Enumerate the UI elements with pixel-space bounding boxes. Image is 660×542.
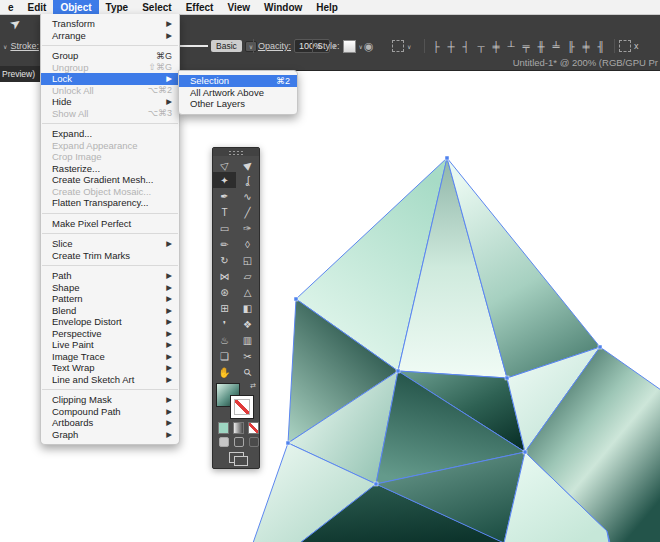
document-setup-control[interactable]: ◉ bbox=[364, 36, 374, 56]
zoom-tool[interactable]: ⚲ bbox=[236, 364, 259, 380]
panel-drag-grip[interactable] bbox=[213, 148, 259, 156]
select-similar-control[interactable]: ∨ bbox=[392, 36, 411, 56]
rotate-tool[interactable]: ↻ bbox=[213, 252, 236, 268]
align-right-icon[interactable]: ┤ bbox=[460, 41, 472, 52]
menu-view[interactable]: View bbox=[220, 0, 257, 14]
lock-submenu-item-all-artwork-above[interactable]: All Artwork Above bbox=[179, 87, 297, 99]
transform-control[interactable]: x bbox=[619, 36, 639, 56]
hand-tool[interactable]: ✋ bbox=[213, 364, 236, 380]
menu-edit[interactable]: Edit bbox=[21, 0, 54, 14]
artboard-tool[interactable]: ❏ bbox=[213, 348, 236, 364]
none-button[interactable] bbox=[248, 422, 259, 434]
pen-tool[interactable]: ✒ bbox=[213, 188, 236, 204]
chevron-down-icon[interactable]: ∨ bbox=[359, 43, 363, 50]
object-menu-item-create-trim-marks[interactable]: Create Trim Marks bbox=[41, 250, 179, 262]
mesh-tool[interactable]: ⊞ bbox=[213, 300, 236, 316]
opacity-label[interactable]: Opacity: bbox=[258, 41, 291, 51]
distribute-left-icon[interactable]: ╟ bbox=[565, 41, 577, 52]
object-menu-item-shape[interactable]: Shape▶ bbox=[41, 282, 179, 294]
column-graph-tool[interactable]: ▥ bbox=[236, 332, 259, 348]
object-menu-item-path[interactable]: Path▶ bbox=[41, 270, 179, 282]
swap-fill-stroke-icon[interactable]: ⇄ bbox=[250, 382, 256, 390]
object-menu-item-transform[interactable]: Transform▶ bbox=[41, 18, 179, 30]
object-menu-item-flatten-transparency[interactable]: Flatten Transparency... bbox=[41, 197, 179, 209]
object-menu-item-make-pixel-perfect[interactable]: Make Pixel Perfect bbox=[41, 218, 179, 230]
symbol-sprayer-tool[interactable]: ♨ bbox=[213, 332, 236, 348]
eraser-tool[interactable]: ◊ bbox=[236, 236, 259, 252]
object-menu-item-line-and-sketch-art[interactable]: Line and Sketch Art▶ bbox=[41, 374, 179, 386]
lock-submenu-item-selection[interactable]: Selection⌘2 bbox=[179, 75, 297, 87]
gradient-tool[interactable]: ◧ bbox=[236, 300, 259, 316]
brush-definition-control[interactable]: Basic ∨ bbox=[178, 36, 257, 56]
curvature-tool[interactable]: ∿ bbox=[236, 188, 259, 204]
anchor-point[interactable] bbox=[286, 441, 290, 445]
magic-wand-tool[interactable]: ✦ bbox=[213, 172, 236, 188]
object-menu-item-clipping-mask[interactable]: Clipping Mask▶ bbox=[41, 394, 179, 406]
distribute-center-h-icon[interactable]: ╪ bbox=[580, 41, 592, 52]
object-menu-item-lock[interactable]: Lock▶ bbox=[41, 73, 179, 85]
object-menu-item-blend[interactable]: Blend▶ bbox=[41, 305, 179, 317]
distribute-right-icon[interactable]: ╢ bbox=[595, 41, 607, 52]
chevron-down-icon[interactable]: ∨ bbox=[245, 41, 257, 52]
slice-tool[interactable]: ✂ bbox=[236, 348, 259, 364]
object-menu-item-envelope-distort[interactable]: Envelope Distort▶ bbox=[41, 316, 179, 328]
anchor-point[interactable] bbox=[523, 450, 527, 454]
object-menu-item-create-gradient-mesh[interactable]: Create Gradient Mesh... bbox=[41, 174, 179, 186]
pencil-tool[interactable]: ✏ bbox=[213, 236, 236, 252]
type-tool[interactable]: T bbox=[213, 204, 236, 220]
draw-inside-button[interactable] bbox=[249, 437, 259, 447]
distribute-bottom-icon[interactable]: ╧ bbox=[550, 41, 562, 52]
align-left-icon[interactable]: ├ bbox=[430, 41, 442, 52]
anchor-point[interactable] bbox=[598, 345, 602, 349]
paintbrush-tool[interactable]: ✑ bbox=[236, 220, 259, 236]
menu-effect[interactable]: Effect bbox=[179, 0, 221, 14]
selection-tool[interactable]: ▶ bbox=[236, 156, 259, 172]
object-menu-item-pattern[interactable]: Pattern▶ bbox=[41, 293, 179, 305]
align-center-h-icon[interactable]: ┼ bbox=[445, 41, 457, 52]
eyedropper-tool[interactable]: ❜ bbox=[213, 316, 236, 332]
anchor-point[interactable] bbox=[374, 482, 378, 486]
line-segment-tool[interactable]: ╱ bbox=[236, 204, 259, 220]
object-menu-item-image-trace[interactable]: Image Trace▶ bbox=[41, 351, 179, 363]
color-button[interactable] bbox=[218, 422, 229, 434]
object-menu-item-hide[interactable]: Hide▶ bbox=[41, 96, 179, 108]
free-transform-tool[interactable]: ▱ bbox=[236, 268, 259, 284]
anchor-point[interactable] bbox=[445, 156, 449, 160]
object-menu-item-arrange[interactable]: Arrange▶ bbox=[41, 30, 179, 42]
gradient-button[interactable] bbox=[233, 422, 244, 434]
brush-value[interactable]: Basic bbox=[211, 40, 242, 52]
menu-object[interactable]: Object bbox=[53, 0, 98, 14]
object-menu-item-text-wrap[interactable]: Text Wrap▶ bbox=[41, 362, 179, 374]
object-menu-item-expand[interactable]: Expand... bbox=[41, 128, 179, 140]
draw-normal-button[interactable] bbox=[219, 437, 229, 447]
object-menu-item-live-paint[interactable]: Live Paint▶ bbox=[41, 339, 179, 351]
document-tab[interactable]: Preview) bbox=[0, 66, 43, 82]
menu-type[interactable]: Type bbox=[99, 0, 136, 14]
direct-selection-tool[interactable]: ▷ bbox=[213, 156, 236, 172]
object-menu-item-artboards[interactable]: Artboards▶ bbox=[41, 417, 179, 429]
align-bottom-icon[interactable]: ┴ bbox=[505, 41, 517, 52]
object-menu-item-rasterize[interactable]: Rasterize... bbox=[41, 163, 179, 175]
align-center-v-icon[interactable]: ╪ bbox=[490, 41, 502, 52]
width-tool[interactable]: ⋈ bbox=[213, 268, 236, 284]
object-menu-item-group[interactable]: Group⌘G bbox=[41, 50, 179, 62]
stroke-control[interactable]: ∨ Stroke: bbox=[3, 36, 39, 56]
menu-window[interactable]: Window bbox=[257, 0, 309, 14]
draw-behind-button[interactable] bbox=[234, 437, 244, 447]
style-control[interactable]: Style: ∨ bbox=[317, 36, 363, 56]
object-menu-item-compound-path[interactable]: Compound Path▶ bbox=[41, 406, 179, 418]
chevron-down-icon[interactable]: ∨ bbox=[407, 43, 411, 50]
align-top-icon[interactable]: ┬ bbox=[475, 41, 487, 52]
distribute-top-icon[interactable]: ╤ bbox=[520, 41, 532, 52]
menu-file-partial[interactable]: e bbox=[1, 0, 21, 14]
menu-select[interactable]: Select bbox=[135, 0, 178, 14]
anchor-point[interactable] bbox=[294, 297, 298, 301]
distribute-center-v-icon[interactable]: ╫ bbox=[535, 41, 547, 52]
anchor-point[interactable] bbox=[505, 376, 509, 380]
globe-icon[interactable]: ◉ bbox=[364, 40, 374, 53]
object-menu-item-graph[interactable]: Graph▶ bbox=[41, 429, 179, 441]
rectangle-tool[interactable]: ▭ bbox=[213, 220, 236, 236]
screen-mode-button[interactable] bbox=[229, 452, 244, 463]
object-menu-item-perspective[interactable]: Perspective▶ bbox=[41, 328, 179, 340]
anchor-point[interactable] bbox=[396, 369, 400, 373]
